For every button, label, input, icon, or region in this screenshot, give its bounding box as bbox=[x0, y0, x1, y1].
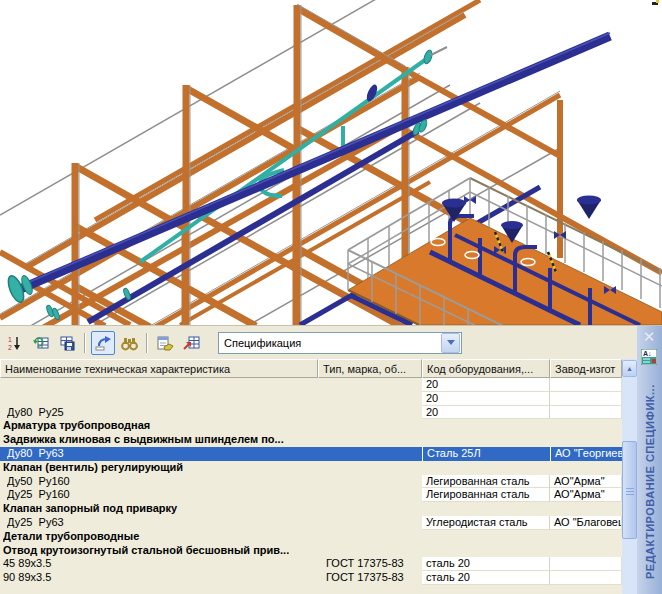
binoculars-icon bbox=[121, 335, 138, 351]
row-manufacturer bbox=[550, 378, 622, 392]
row-manufacturer: АО "Георгиев bbox=[550, 447, 622, 461]
row-name: Задвижка клиновая с выдвижным шпинделем … bbox=[3, 433, 315, 447]
svg-text:1: 1 bbox=[8, 336, 12, 343]
row-manufacturer bbox=[550, 406, 622, 420]
row-name: Детали трубопроводные bbox=[3, 530, 315, 544]
sort-rows-button[interactable]: 1 2 bbox=[3, 331, 27, 355]
table-row[interactable]: 20 bbox=[0, 392, 622, 406]
row-name: Ду50 Ру160 bbox=[7, 475, 319, 489]
spec-table-header: Наименование техническая характеристикаТ… bbox=[0, 359, 622, 378]
spec-combobox[interactable]: Спецификация bbox=[218, 332, 462, 354]
row-equipment-code: Углеродистая сталь bbox=[422, 516, 550, 530]
row-manufacturer: АО"Арма" bbox=[550, 475, 622, 489]
row-name: Ду25 Ру160 bbox=[7, 488, 319, 502]
scrollbar-thumb[interactable] bbox=[622, 441, 637, 539]
panel-tab-editing-specification[interactable]: ✕ А↓ РЕДАКТИРОВАНИЕ СПЕЦИФИК... bbox=[637, 326, 662, 594]
save-table-button[interactable] bbox=[55, 331, 79, 355]
table-row[interactable]: Клапан запорный под приварку bbox=[0, 502, 622, 516]
svg-text:2: 2 bbox=[8, 344, 12, 351]
row-name: Ду25 Ру63 bbox=[7, 516, 319, 530]
spec-table-icon: А↓ bbox=[641, 349, 657, 365]
row-equipment-code: Легированная сталь bbox=[422, 475, 550, 489]
scroll-up-button[interactable]: ▲ bbox=[622, 360, 637, 377]
row-manufacturer: АО "Благовещ bbox=[550, 516, 622, 530]
find-button[interactable] bbox=[117, 331, 141, 355]
table-row[interactable]: Арматура трубопроводная bbox=[0, 419, 622, 433]
row-equipment-code: 20 bbox=[422, 392, 550, 406]
row-equipment-code: Сталь 25Л bbox=[422, 447, 550, 461]
table-row[interactable] bbox=[0, 585, 622, 594]
table-row[interactable]: Ду80 Ру63Сталь 25ЛАО "Георгиев bbox=[0, 447, 622, 461]
thumb-grip-icon bbox=[626, 488, 634, 496]
column-header[interactable]: Наименование техническая характеристика bbox=[0, 359, 318, 378]
row-manufacturer bbox=[550, 392, 622, 406]
sheet-hand-icon bbox=[156, 335, 174, 351]
spec-toolbar: 1 2 bbox=[0, 326, 637, 359]
toolbar-separator bbox=[146, 333, 148, 353]
curved-arrow-icon bbox=[94, 335, 112, 351]
row-name: Арматура трубопроводная bbox=[3, 419, 315, 433]
table-row[interactable]: Ду25 Ру63Углеродистая стальАО "Благовещ bbox=[0, 516, 622, 530]
column-header[interactable]: Код оборудования,... bbox=[422, 359, 550, 378]
table-row[interactable]: Отвод крутоизогнутый стальной бесшовный … bbox=[0, 544, 622, 558]
table-row[interactable]: 90 89x3.5ГОСТ 17375-83сталь 20 bbox=[0, 571, 622, 585]
properties-button[interactable] bbox=[153, 331, 177, 355]
toolbar-separator bbox=[84, 333, 86, 353]
spec-rows: 2020Ду80 Ру2520Арматура трубопроводнаяЗа… bbox=[0, 378, 622, 594]
chevron-down-icon bbox=[447, 340, 455, 345]
ucs-marker bbox=[652, 0, 659, 5]
export-table-button[interactable] bbox=[179, 331, 203, 355]
row-type-mark: ГОСТ 17375-83 bbox=[326, 571, 418, 585]
svg-text:А↓: А↓ bbox=[643, 350, 652, 357]
table-row[interactable]: Ду25 Ру160Легированная стальАО"Арма" bbox=[0, 488, 622, 502]
sort-12-down-icon: 1 2 bbox=[7, 335, 23, 351]
row-name: Ду80 Ру25 bbox=[7, 406, 319, 420]
row-equipment-code: сталь 20 bbox=[422, 557, 550, 571]
row-name: 90 89x3.5 bbox=[3, 571, 315, 585]
arrow-up-icon: ▲ bbox=[626, 365, 633, 372]
row-manufacturer bbox=[550, 557, 622, 571]
show-in-model-button[interactable] bbox=[91, 331, 115, 355]
table-refresh-icon bbox=[33, 335, 49, 351]
row-manufacturer: АО"Арма" bbox=[550, 488, 622, 502]
refresh-table-button[interactable] bbox=[29, 331, 53, 355]
row-equipment-code: 20 bbox=[422, 378, 550, 392]
application-window: 1 2 bbox=[0, 0, 662, 594]
3d-scene bbox=[0, 0, 662, 325]
spec-combobox-value: Спецификация bbox=[219, 337, 441, 349]
row-manufacturer bbox=[550, 571, 622, 585]
row-equipment-code: Легированная сталь bbox=[422, 488, 550, 502]
row-equipment-code: сталь 20 bbox=[422, 571, 550, 585]
table-row[interactable]: 20 bbox=[0, 378, 622, 392]
table-save-icon bbox=[59, 335, 75, 351]
table-row[interactable]: 45 89x3.5ГОСТ 17375-83сталь 20 bbox=[0, 557, 622, 571]
row-name: Ду80 Ру63 bbox=[7, 447, 319, 461]
column-header[interactable]: Завод-изгот bbox=[550, 359, 622, 378]
row-name: Отвод крутоизогнутый стальной бесшовный … bbox=[3, 544, 315, 558]
table-row[interactable]: Задвижка клиновая с выдвижным шпинделем … bbox=[0, 433, 622, 447]
table-red-arrow-icon bbox=[182, 335, 200, 351]
table-row[interactable]: Ду50 Ру160Легированная стальАО"Арма" bbox=[0, 475, 622, 489]
table-row[interactable]: Клапан (вентиль) регулирующий bbox=[0, 461, 622, 475]
row-type-mark: ГОСТ 17375-83 bbox=[326, 557, 418, 571]
table-row[interactable]: Ду80 Ру2520 bbox=[0, 406, 622, 420]
close-icon: ✕ bbox=[643, 328, 656, 345]
combobox-dropdown-button[interactable] bbox=[441, 333, 460, 353]
column-header[interactable]: Тип, марка, об... bbox=[318, 359, 422, 378]
panel-tab-label: РЕДАКТИРОВАНИЕ СПЕЦИФИК... bbox=[637, 373, 662, 591]
3d-model-viewport[interactable] bbox=[0, 0, 662, 325]
equipment-platform bbox=[348, 218, 662, 325]
close-panel-button[interactable]: ✕ bbox=[640, 329, 658, 345]
table-row[interactable]: Детали трубопроводные bbox=[0, 530, 622, 544]
row-name: 45 89x3.5 bbox=[3, 557, 315, 571]
vertical-scrollbar[interactable]: ▲ bbox=[622, 359, 637, 594]
row-name: Клапан запорный под приварку bbox=[3, 502, 315, 516]
row-name: Клапан (вентиль) регулирующий bbox=[3, 461, 315, 475]
specification-panel: 1 2 bbox=[0, 325, 662, 594]
row-equipment-code: 20 bbox=[422, 406, 550, 420]
